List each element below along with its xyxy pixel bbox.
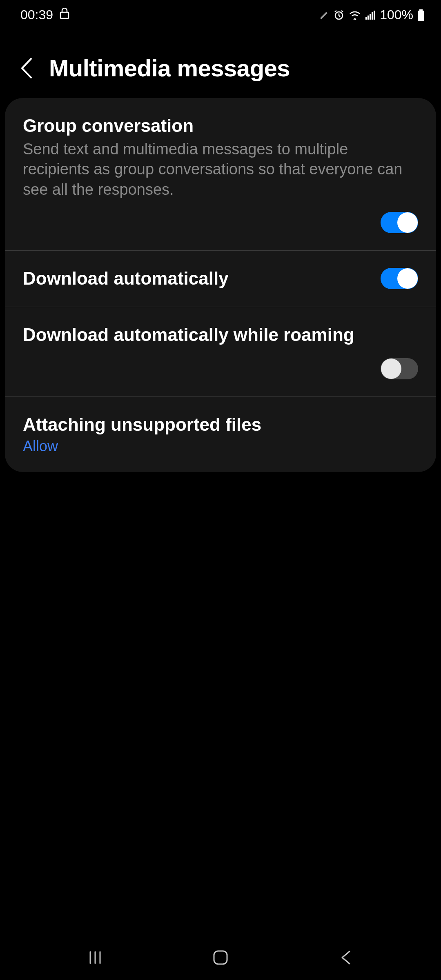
setting-download-roaming[interactable]: Download automatically while roaming [5, 307, 436, 397]
settings-card: Group conversation Send text and multime… [5, 98, 436, 472]
status-bar: 00:39 100% [0, 0, 441, 30]
wifi-icon [349, 10, 361, 20]
chevron-left-icon [20, 57, 33, 79]
setting-value: Allow [23, 438, 418, 455]
svg-rect-6 [374, 11, 375, 20]
status-time: 00:39 [20, 7, 53, 22]
alarm-icon [333, 9, 345, 21]
setting-description: Send text and multimedia messages to mul… [23, 139, 418, 200]
recents-icon [87, 949, 103, 966]
battery-icon [417, 9, 425, 21]
lock-icon [60, 7, 69, 22]
svg-rect-12 [214, 951, 227, 964]
header: Multimedia messages [0, 30, 441, 98]
nav-home-button[interactable] [208, 945, 233, 970]
svg-rect-7 [419, 9, 423, 11]
chevron-left-icon [340, 949, 352, 966]
setting-group-conversation[interactable]: Group conversation Send text and multime… [5, 98, 436, 251]
svg-rect-0 [60, 12, 69, 18]
setting-title: Group conversation [23, 115, 418, 137]
svg-rect-5 [372, 12, 373, 20]
nav-back-button[interactable] [334, 945, 358, 970]
svg-rect-2 [365, 17, 367, 20]
navigation-bar [0, 935, 441, 980]
setting-title: Attaching unsupported files [23, 414, 418, 436]
setting-download-auto[interactable]: Download automatically [5, 251, 436, 307]
back-button[interactable] [16, 58, 37, 78]
nav-recents-button[interactable] [83, 945, 107, 970]
signal-icon [365, 11, 376, 20]
svg-rect-8 [418, 11, 424, 21]
svg-rect-3 [368, 16, 369, 20]
status-left: 00:39 [20, 7, 69, 22]
toggle-download-roaming[interactable] [381, 358, 418, 379]
svg-rect-4 [370, 14, 371, 20]
setting-title: Download automatically [23, 268, 229, 290]
toggle-download-auto[interactable] [381, 268, 418, 289]
home-icon [212, 949, 229, 966]
setting-title: Download automatically while roaming [23, 324, 418, 346]
battery-text: 100% [380, 7, 413, 22]
pencil-icon [319, 10, 329, 20]
toggle-group-conversation[interactable] [381, 212, 418, 233]
setting-unsupported-files[interactable]: Attaching unsupported files Allow [5, 397, 436, 472]
page-title: Multimedia messages [49, 54, 290, 82]
status-right: 100% [319, 7, 425, 22]
